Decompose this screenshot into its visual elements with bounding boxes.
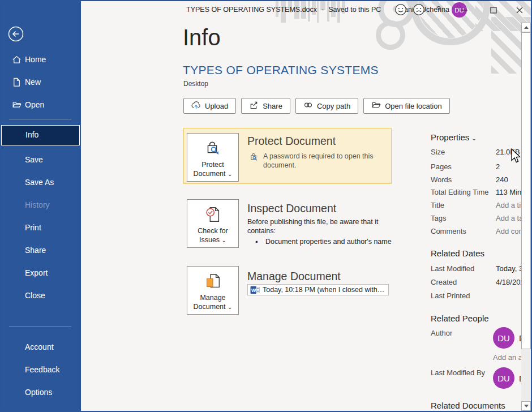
sidebar-divider (9, 327, 71, 327)
upload-cloud-icon (191, 100, 201, 111)
open-file-location-button[interactable]: Open file location (363, 98, 449, 114)
sidebar-item-account[interactable]: Account (0, 337, 81, 357)
tile-label-line2: Issues (199, 236, 220, 244)
manage-document-button[interactable]: Manage Document ⌄ (187, 266, 239, 315)
word-file-icon: W (250, 286, 260, 294)
sidebar-item-feedback[interactable]: Feedback (0, 360, 81, 379)
sidebar-item-label: Feedback (25, 365, 59, 374)
share-button[interactable]: Share (241, 98, 290, 114)
scroll-down-button[interactable] (521, 401, 531, 411)
vertical-scrollbar[interactable] (521, 23, 531, 411)
sidebar-item-home[interactable]: Home (0, 50, 81, 69)
last-modified-by-avatar[interactable]: DU (493, 367, 514, 389)
scroll-up-button[interactable] (521, 23, 531, 32)
sidebar-item-label: History (25, 200, 50, 209)
frowny-icon[interactable] (413, 3, 425, 16)
document-location: Desktop (183, 80, 208, 88)
date-label: Last Printed (431, 291, 470, 300)
backstage-info-page: Info TYPES OF OPERATING SYSTEMS Desktop … (81, 0, 532, 412)
author-label: Author (431, 329, 452, 337)
sidebar-item-history: History (0, 195, 81, 214)
sidebar-item-label: Account (25, 342, 54, 351)
sidebar-item-label: Print (25, 223, 41, 232)
upload-button[interactable]: Upload (183, 98, 236, 114)
date-label: Created (431, 278, 457, 286)
date-label: Last Modified (431, 264, 474, 273)
saved-status[interactable]: Saved to this PC (328, 6, 381, 14)
prop-value: 240 (496, 175, 508, 184)
inspect-heading: Inspect Document (247, 202, 336, 215)
sidebar-item-label: Info (25, 130, 38, 139)
smiley-icon[interactable] (394, 3, 407, 16)
sidebar-item-label: Export (25, 268, 48, 277)
protect-document-button[interactable]: Protect Document ⌄ (187, 133, 239, 182)
sidebar-item-save-as[interactable]: Save As (0, 173, 81, 192)
chevron-down-icon: ⌄ (228, 304, 232, 310)
inspect-document-icon (203, 205, 222, 224)
prop-value: 2 (496, 162, 500, 171)
backstage-sidebar: Home New Open Info Save Save As History … (0, 0, 81, 412)
minimize-icon[interactable] (459, 5, 469, 15)
scrollbar-track[interactable] (521, 349, 531, 401)
prop-label: Comments (431, 227, 466, 235)
sidebar-item-new[interactable]: New (0, 72, 81, 92)
share-icon (249, 100, 259, 111)
prop-label: Size (431, 148, 445, 156)
version-label: Today, 10:18 PM (when I closed without s… (263, 286, 386, 294)
sidebar-item-close[interactable]: Close (0, 286, 81, 305)
help-icon[interactable]: ? (436, 5, 441, 14)
sidebar-item-print[interactable]: Print (0, 218, 81, 237)
prop-label: Pages (431, 162, 452, 171)
chevron-down-icon: ⌄ (228, 171, 232, 177)
sidebar-item-open[interactable]: Open (0, 95, 81, 114)
page-title: Info (183, 25, 221, 50)
chevron-down-icon: ⌄ (222, 237, 226, 243)
scroll-down-icon (524, 405, 529, 407)
copy-path-button[interactable]: Copy path (295, 98, 358, 114)
bullet-icon: ▪ (255, 237, 258, 246)
inspect-description: Before publishing this file, be aware th… (247, 217, 393, 236)
check-for-issues-button[interactable]: Check for Issues ⌄ (187, 199, 239, 248)
document-title: TYPES OF OPERATING SYSTEMS (183, 63, 379, 77)
author-avatar[interactable]: DU (493, 327, 514, 349)
upload-label: Upload (205, 102, 228, 110)
sidebar-item-export[interactable]: Export (0, 263, 81, 282)
sidebar-item-save[interactable]: Save (0, 150, 81, 169)
scrollbar-thumb[interactable] (521, 32, 531, 349)
maximize-icon[interactable] (488, 5, 499, 15)
document-version-item[interactable]: W Today, 10:18 PM (when I closed without… (247, 284, 389, 295)
properties-heading[interactable]: Properties ⌄ (431, 132, 477, 142)
link-icon (303, 100, 313, 111)
sidebar-item-label: Close (25, 291, 45, 300)
back-arrow-icon (8, 26, 24, 42)
protect-heading: Protect Document (247, 135, 336, 148)
lock-key-icon (203, 139, 222, 158)
inspect-bullet-item: Document properties and author's name (265, 237, 396, 246)
new-document-icon (12, 78, 22, 87)
open-folder-icon (12, 100, 22, 110)
folder-icon (371, 100, 381, 111)
last-modified-by-label: Last Modified By (431, 368, 485, 377)
chevron-down-icon: ⌄ (472, 135, 477, 141)
copy-path-label: Copy path (317, 102, 350, 110)
manage-heading: Manage Document (247, 270, 341, 283)
close-icon[interactable] (514, 5, 525, 15)
titlebar: TYPES OF OPERATING SYSTEMS.docx - Saved … (81, 0, 532, 20)
related-dates-heading: Related Dates (431, 248, 484, 258)
tile-label-line1: Protect (201, 161, 224, 169)
sidebar-item-label: Share (25, 246, 46, 255)
sidebar-item-label: Save As (25, 178, 54, 187)
tile-label-line2: Document (194, 170, 226, 178)
svg-text:W: W (251, 287, 256, 293)
manage-document-icon (203, 272, 222, 291)
back-button[interactable] (8, 26, 24, 42)
mouse-cursor (510, 148, 521, 166)
document-filename: TYPES OF OPERATING SYSTEMS.docx - Saved … (186, 6, 381, 14)
word-backstage-window: TYPES OF OPERATING SYSTEMS.docx - Saved … (0, 0, 532, 412)
share-label: Share (263, 102, 282, 110)
scroll-up-icon (524, 26, 529, 29)
sidebar-item-info-selected[interactable]: Info (1, 125, 80, 145)
sidebar-item-share[interactable]: Share (0, 241, 81, 260)
tile-label-line1: Check for (198, 227, 228, 235)
sidebar-item-options[interactable]: Options (0, 383, 81, 402)
